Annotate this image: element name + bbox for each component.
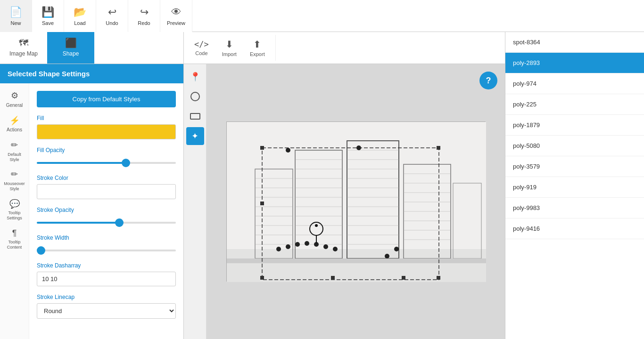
canvas-wrapper[interactable]: ? [206,64,505,339]
spot-tool-icon: 📍 [190,72,200,82]
svg-point-56 [305,241,309,246]
tooltip-settings-icon: 💬 [9,199,20,210]
code-button[interactable]: </> Code [188,36,215,60]
stroke-dasharray-input[interactable]: 10 10 [37,272,176,286]
settings-header: Selected Shape Settings [0,64,183,83]
sidebar-item-tooltip-settings[interactable]: 💬 Tooltip Settings [2,195,27,224]
list-item-poly-2893[interactable]: poly-2893 [505,53,644,73]
load-icon: 📂 [74,6,86,18]
export-icon: ⬆ [253,39,261,50]
undo-icon: ↩ [108,6,116,18]
code-label: Code [195,50,207,56]
svg-rect-48 [260,276,264,280]
code-icon: </> [194,40,209,49]
redo-label: Redo [138,20,150,26]
redo-button[interactable]: ↪ Redo [128,0,160,32]
list-item-poly-225[interactable]: poly-225 [505,94,644,115]
image-map-icon: 🗺 [19,38,28,48]
svg-point-55 [295,242,300,247]
poly-tool-button[interactable]: ✦ [186,127,204,145]
actions-icon: ⚡ [9,116,20,126]
help-button[interactable]: ? [479,72,497,89]
load-button[interactable]: 📂 Load [64,0,96,32]
list-item-poly-919[interactable]: poly-919 [505,177,644,198]
circle-tool-button[interactable] [186,88,204,105]
svg-rect-46 [260,146,264,150]
help-btn-label: ? [486,76,491,86]
undo-button[interactable]: ↩ Undo [96,0,128,32]
fill-color-swatch[interactable] [37,124,176,139]
undo-label: Undo [106,20,118,26]
import-button[interactable]: ⬇ Import [215,35,243,61]
canvas-tool-group: </> Code ⬇ Import ⬆ Export [184,35,276,61]
list-item-poly-5080[interactable]: poly-5080 [505,136,644,156]
list-item-label: poly-225 [513,101,537,108]
svg-point-62 [385,254,389,258]
general-label: General [6,103,23,108]
canvas-body: 📍 ✦ ? [184,64,505,339]
list-item-poly-9983[interactable]: poly-9983 [505,198,644,218]
sidebar-icons: ⚙ General ⚡ Actions ✏ Default Style ✏ Mo… [0,83,29,339]
stroke-opacity-slider-container [37,216,176,227]
stroke-width-slider-container [37,244,176,255]
panel-body: ⚙ General ⚡ Actions ✏ Default Style ✏ Mo… [0,83,183,339]
canvas-area: </> Code ⬇ Import ⬆ Export 📍 [184,32,505,339]
tab-image-map[interactable]: 🗺 Image Map [0,32,47,64]
tooltip-settings-label: Tooltip Settings [4,210,25,221]
fill-opacity-slider[interactable] [37,162,176,164]
list-item-poly-1879[interactable]: poly-1879 [505,115,644,136]
left-tool-strip: 📍 ✦ [184,64,206,339]
sidebar-item-general[interactable]: ⚙ General [2,87,27,111]
fill-opacity-slider-container [37,156,176,167]
tab-shape[interactable]: ⬛ Shape [47,32,94,64]
stroke-linecap-select[interactable]: Butt Round Square [37,303,176,319]
stroke-color-swatch[interactable] [37,184,176,199]
export-button[interactable]: ⬆ Export [243,35,272,61]
stroke-width-slider[interactable] [37,250,176,251]
list-item-label: poly-9416 [513,225,540,232]
canvas-svg [227,122,486,282]
sidebar-item-default-style[interactable]: ✏ Default Style [2,137,27,165]
list-item-poly-974[interactable]: poly-974 [505,73,644,94]
preview-label: Preview [167,20,185,26]
rect-tool-button[interactable] [186,107,204,125]
list-item-poly-9416[interactable]: poly-9416 [505,218,644,239]
list-item-label: poly-1879 [513,121,540,129]
import-icon: ⬇ [225,39,233,50]
svg-point-53 [276,247,281,251]
tooltip-content-label: Tooltip Content [4,240,25,250]
tab-bar: 🗺 Image Map ⬛ Shape [0,32,183,64]
list-item-label: poly-3579 [513,163,540,170]
actions-label: Actions [7,127,22,133]
preview-button[interactable]: 👁 Preview [160,0,192,32]
poly-tool-icon: ✦ [191,131,198,141]
sidebar-item-mouseover-style[interactable]: ✏ Mouseover Style [2,166,27,194]
list-item-spot-8364[interactable]: spot-8364 [505,32,644,53]
spot-tool-button[interactable]: 📍 [186,68,204,86]
new-label: New [10,20,21,26]
save-button[interactable]: 💾 Save [32,0,64,32]
copy-default-styles-button[interactable]: Copy from Default Styles [37,91,176,107]
svg-rect-1 [227,249,486,282]
svg-point-58 [323,244,328,249]
list-item-label: poly-2893 [513,59,540,66]
save-label: Save [42,20,54,26]
stroke-opacity-group: Stroke Opacity [37,207,176,227]
sidebar-item-tooltip-content[interactable]: ¶ Tooltip Content [2,225,27,253]
rect-tool-icon [190,113,200,120]
new-button[interactable]: 📄 New [0,0,32,32]
svg-point-59 [333,247,338,251]
sidebar-item-actions[interactable]: ⚡ Actions [2,112,27,136]
svg-rect-49 [331,276,335,280]
stroke-color-group: Stroke Color [37,175,176,199]
new-icon: 📄 [9,6,22,18]
stroke-dasharray-group: Stroke Dasharray 10 10 [37,262,176,286]
list-item-poly-3579[interactable]: poly-3579 [505,156,644,177]
stroke-opacity-slider[interactable] [37,222,176,224]
svg-rect-44 [227,258,486,263]
tab-shape-label: Shape [63,50,79,57]
load-label: Load [74,20,85,26]
mouseover-style-label: Mouseover Style [4,181,25,192]
fill-label: Fill [37,115,176,121]
svg-point-67 [315,224,318,227]
